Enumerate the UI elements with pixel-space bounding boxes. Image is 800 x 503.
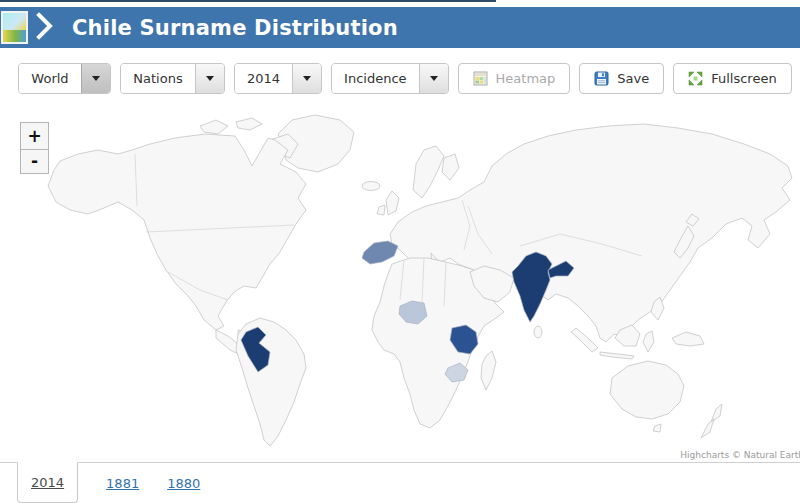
page-title: Chile Surname Distribution: [72, 16, 398, 40]
chevron-down-icon: [92, 76, 100, 81]
region-dropdown-label[interactable]: World: [19, 64, 81, 93]
metric-dropdown-label[interactable]: Incidence: [332, 64, 418, 93]
heatmap-table-icon: [473, 71, 488, 86]
arctic-islands[interactable]: [236, 118, 262, 130]
metric-dropdown: Incidence: [331, 63, 448, 94]
chevron-down-icon: [303, 76, 311, 81]
year-dropdown-arrow[interactable]: [292, 64, 321, 93]
island-nz-north[interactable]: [711, 404, 722, 422]
zoom-out-button[interactable]: -: [20, 149, 49, 174]
country-australia[interactable]: [610, 361, 684, 419]
level-dropdown-label[interactable]: Nations: [121, 64, 195, 93]
app-window: Chile Surname Distribution World Nations…: [0, 0, 800, 503]
level-dropdown-arrow[interactable]: [195, 64, 224, 93]
continent-north-america[interactable]: [48, 134, 306, 330]
world-map[interactable]: + - Highcharts © Natural Earth: [0, 106, 800, 462]
save-floppy-icon: [594, 71, 609, 86]
tab-2014[interactable]: 2014: [17, 462, 78, 503]
finland[interactable]: [442, 154, 459, 180]
arctic-islands[interactable]: [200, 120, 228, 134]
country-ireland[interactable]: [377, 205, 385, 215]
chevron-down-icon: [206, 76, 214, 81]
heatmap-button-label: Heatmap: [496, 71, 556, 86]
heatmap-button[interactable]: Heatmap: [458, 63, 571, 94]
map-zoom-controls: + -: [20, 122, 49, 174]
tab-1881[interactable]: 1881: [106, 476, 139, 491]
map-attribution: Highcharts © Natural Earth: [680, 450, 800, 460]
island-sri-lanka[interactable]: [534, 326, 542, 338]
region-dropdown-arrow[interactable]: [81, 64, 110, 93]
metric-dropdown-arrow[interactable]: [419, 64, 448, 93]
world-map-svg: [0, 106, 800, 462]
chevron-right-icon: [34, 12, 56, 44]
island-tasmania[interactable]: [653, 424, 661, 432]
year-dropdown-label[interactable]: 2014: [235, 64, 292, 93]
tab-1880[interactable]: 1880: [167, 476, 200, 491]
year-dropdown: 2014: [234, 63, 322, 94]
toolbar: World Nations 2014 Incidence: [18, 63, 800, 94]
level-dropdown: Nations: [120, 63, 225, 94]
country-spain[interactable]: [362, 241, 398, 264]
island-nz-south[interactable]: [701, 419, 714, 438]
country-uk[interactable]: [386, 191, 399, 215]
map-logo-icon: [1, 11, 28, 44]
top-hairline: [0, 0, 496, 2]
save-button-label: Save: [617, 71, 649, 86]
island-sulawesi[interactable]: [643, 331, 654, 352]
island-java[interactable]: [600, 352, 634, 359]
region-dropdown: World: [18, 63, 111, 94]
island-sumatra[interactable]: [571, 328, 598, 352]
island-madagascar[interactable]: [481, 351, 496, 390]
scandinavia[interactable]: [413, 146, 444, 198]
app-header: Chile Surname Distribution: [0, 7, 800, 48]
zoom-in-button[interactable]: +: [20, 122, 49, 150]
fullscreen-arrows-icon: [688, 71, 703, 86]
island-new-guinea[interactable]: [672, 332, 704, 346]
fullscreen-button[interactable]: Fullscreen: [673, 63, 791, 94]
save-button[interactable]: Save: [579, 63, 664, 94]
year-tabbar: 2014 1881 1880: [0, 462, 800, 503]
country-iceland[interactable]: [362, 182, 380, 191]
chevron-down-icon: [430, 76, 438, 81]
fullscreen-button-label: Fullscreen: [711, 71, 776, 86]
